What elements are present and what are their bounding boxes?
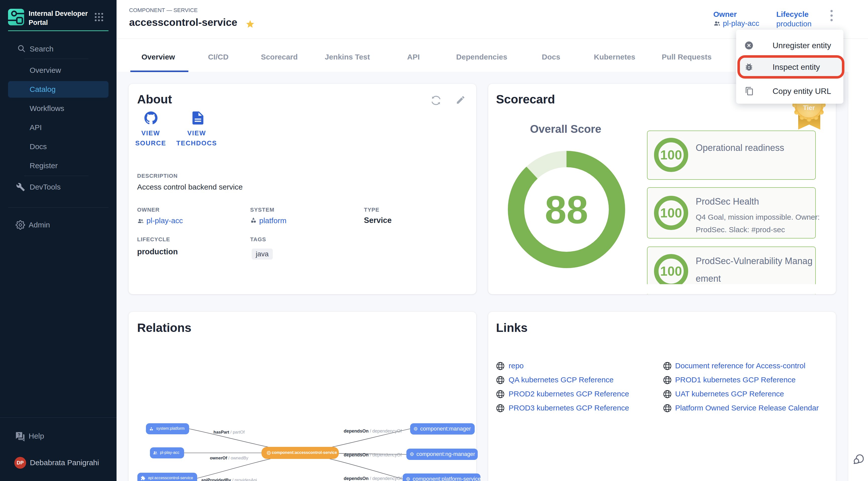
svg-text:Tier: Tier xyxy=(803,104,815,111)
svg-text:100: 100 xyxy=(660,148,682,162)
svg-text:?: ? xyxy=(18,432,20,438)
svg-text:100: 100 xyxy=(660,264,682,279)
svg-text:100: 100 xyxy=(660,205,682,220)
svg-text:88: 88 xyxy=(545,188,588,231)
